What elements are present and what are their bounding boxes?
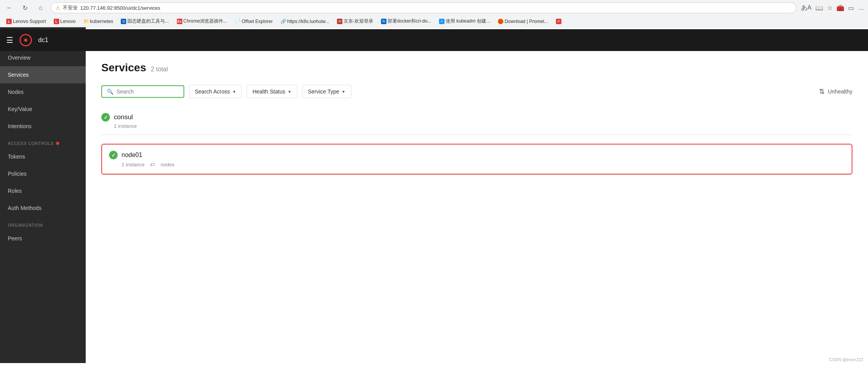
sidebar-item-peers[interactable]: Peers [0, 230, 86, 247]
sidebar-item-overview[interactable]: Overview [0, 49, 86, 66]
footer-credit: CSDN @inner222 [829, 357, 863, 362]
sidebar-label-roles: Roles [8, 188, 22, 194]
page-title: Services [101, 62, 146, 74]
read-icon[interactable]: 📖 [815, 4, 823, 12]
node01-status-icon: ✓ [109, 151, 118, 159]
bookmark-icon-lenovo-support: L [6, 19, 12, 24]
sort-label: Unhealthy [828, 88, 852, 95]
organization-label: ORGANIZATION [8, 223, 43, 227]
bookmark-jd[interactable]: JD 京东-欢迎登录 [334, 17, 376, 25]
browser-chrome: ← ↻ ⌂ ⚠ 不安全 120.77.146.92:8500/ui/dc1/se… [0, 0, 868, 27]
search-across-chevron-icon: ▼ [232, 90, 236, 94]
sidebar-item-auth-methods[interactable]: Auth Methods [0, 199, 86, 217]
health-status-button[interactable]: Health Status ▼ [247, 85, 297, 98]
bookmark-icon-lenovo: L [54, 19, 59, 24]
sidebar-label-services: Services [8, 72, 29, 78]
sort-icon[interactable]: ⇅ [819, 87, 825, 96]
reload-button[interactable]: ↻ [19, 2, 30, 13]
bookmark-prometheus[interactable]: Download | Promet... [495, 18, 551, 25]
sidebar-item-roles[interactable]: Roles [0, 182, 86, 199]
divider-node01 [101, 175, 852, 175]
star-icon[interactable]: ☆ [827, 4, 833, 12]
sidebar-item-nodes[interactable]: Nodes [0, 83, 86, 101]
service-list: ✓ consul 1 instance ✓ [101, 108, 852, 175]
bookmark-icon-jd: JD [337, 19, 342, 24]
sort-area: ⇅ Unhealthy [819, 87, 852, 96]
sidebar-item-intentions[interactable]: Intentions [0, 118, 86, 135]
access-dot-icon [56, 142, 59, 145]
service-type-button[interactable]: Service Type ▼ [302, 85, 351, 98]
split-icon[interactable]: ▭ [848, 4, 854, 12]
extension-icon[interactable]: 🧰 [836, 4, 844, 12]
tag-icon: 🏷 [150, 162, 155, 168]
datacenter-name: dc1 [38, 37, 48, 44]
service-name-consul: consul [114, 113, 133, 121]
bookmark-icon-kubernetes: 📁 [83, 19, 89, 24]
page-count: 2 total [151, 66, 168, 73]
address-bar[interactable]: ⚠ 不安全 120.77.146.92:8500/ui/dc1/services [51, 2, 796, 13]
content-inner: Services 2 total 🔍 Search Across ▼ Healt… [86, 49, 868, 188]
access-controls-section: ACCESS CONTROLS [0, 135, 86, 148]
sidebar-item-services[interactable]: Services [0, 66, 86, 83]
sidebar-item-policies[interactable]: Policies [0, 165, 86, 182]
consul-instance-count: 1 instance [114, 123, 137, 129]
bookmark-chrome-ext[interactable]: Ex Chrome浏览器插件... [174, 17, 231, 25]
search-input[interactable] [116, 88, 179, 95]
sidebar-item-keyvalue[interactable]: Key/Value [0, 101, 86, 118]
node01-name: node01 [122, 152, 142, 159]
sidebar-label-auth-methods: Auth Methods [8, 205, 41, 211]
health-status-label: Health Status [252, 88, 285, 95]
access-controls-label: ACCESS CONTROLS [8, 141, 54, 146]
bookmark-icon-kubeadm: k [439, 19, 445, 24]
sidebar: Overview Services Nodes Key/Value Intent… [0, 27, 86, 363]
footer-note: CSDN @inner222 [829, 357, 863, 362]
service-status-icon-consul: ✓ [101, 113, 110, 122]
search-wrap[interactable]: 🔍 [101, 85, 184, 98]
bookmark-k8s[interactable]: 🔗 https://k8s.luohuiw... [277, 18, 332, 25]
bookmark-docker[interactable]: 知 部署docker和cri-do... [378, 17, 434, 25]
node01-meta: 1 instance 🏷 nodes [109, 162, 845, 168]
main-content: Services 2 total 🔍 Search Across ▼ Healt… [86, 27, 868, 363]
search-across-label: Search Across [195, 88, 230, 95]
back-button[interactable]: ← [4, 2, 15, 13]
bookmarks-bar: L Lenovo Support L Lenovo 📁 kubernetes S… [0, 16, 868, 27]
browser-toolbar: ← ↻ ⌂ ⚠ 不安全 120.77.146.92:8500/ui/dc1/se… [0, 0, 868, 16]
search-across-button[interactable]: Search Across ▼ [189, 85, 242, 98]
bookmark-icon-p: P [556, 19, 561, 24]
sidebar-label-intentions: Intentions [8, 123, 32, 129]
sidebar-label-keyvalue: Key/Value [8, 106, 32, 112]
organization-section: ORGANIZATION [0, 217, 86, 230]
service-meta-consul: 1 instance [101, 123, 852, 129]
sidebar-label-nodes: Nodes [8, 89, 23, 95]
node01-instance-count: 1 instance [122, 162, 145, 168]
bookmark-offset[interactable]: 📄 Offset Explorer [232, 18, 276, 25]
service-row-node01-outer[interactable]: ✓ node01 1 instance 🏷 nodes [101, 135, 852, 175]
bookmark-lenovo-support[interactable]: L Lenovo Support [3, 18, 49, 25]
bookmark-icon-solidstate: S [121, 19, 126, 24]
sidebar-label-tokens: Tokens [8, 153, 25, 160]
hamburger-menu[interactable]: ☰ [6, 35, 13, 45]
bookmark-kubernetes[interactable]: 📁 kubernetes [80, 18, 116, 25]
service-type-label: Service Type [308, 88, 339, 95]
node01-card[interactable]: ✓ node01 1 instance 🏷 nodes [101, 144, 852, 175]
home-button[interactable]: ⌂ [35, 2, 46, 13]
app-layout: Overview Services Nodes Key/Value Intent… [0, 27, 868, 363]
search-icon: 🔍 [107, 88, 113, 95]
bookmark-lenovo[interactable]: L Lenovo [51, 18, 79, 25]
bookmark-icon-chrome-ext: Ex [177, 19, 182, 24]
address-text: 120.77.146.92:8500/ui/dc1/services [80, 5, 160, 11]
security-label: 不安全 [63, 4, 78, 11]
sidebar-label-overview: Overview [8, 55, 30, 61]
bookmark-solidstate[interactable]: S 固态硬盘的工具与... [118, 17, 172, 25]
service-type-chevron-icon: ▼ [342, 90, 346, 94]
sidebar-item-tokens[interactable]: Tokens [0, 148, 86, 165]
translate-icon[interactable]: あA [801, 4, 812, 12]
bookmark-p[interactable]: P [553, 18, 565, 25]
bookmark-kubeadm[interactable]: k 使用 kubeadm 创建... [436, 17, 493, 25]
menu-icon[interactable]: … [858, 4, 864, 11]
page-header: Services 2 total [101, 62, 852, 74]
sidebar-label-policies: Policies [8, 171, 26, 177]
consul-logo-dot [24, 39, 27, 42]
bookmark-icon-docker: 知 [381, 19, 386, 24]
service-row-consul[interactable]: ✓ consul 1 instance [101, 108, 852, 135]
